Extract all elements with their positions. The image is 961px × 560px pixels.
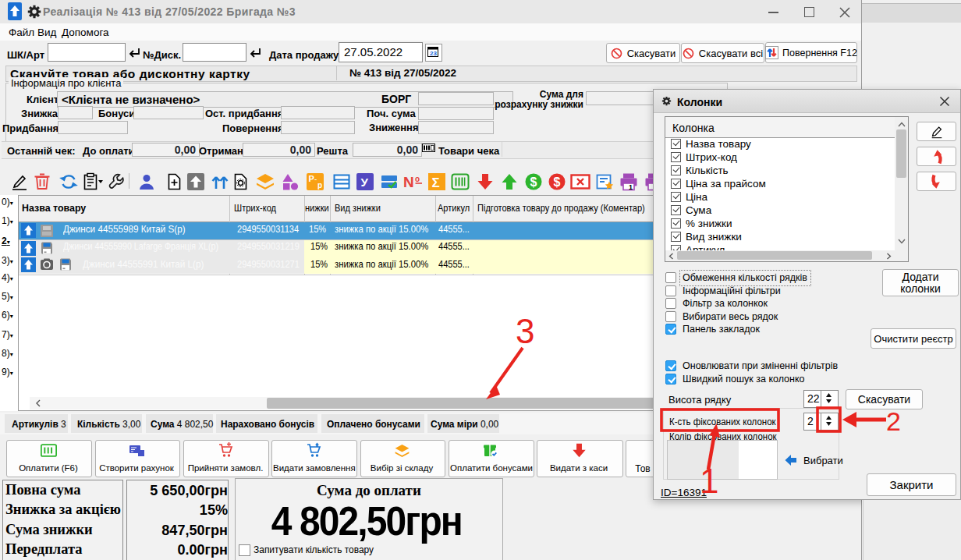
svg-text:P: P	[308, 174, 314, 183]
svg-text:-: -	[314, 175, 317, 183]
svg-text:p: p	[317, 181, 322, 190]
svg-text:N: N	[403, 174, 414, 190]
svg-text:23: 23	[430, 50, 437, 57]
svg-text:3: 3	[516, 312, 534, 350]
svg-text:У: У	[361, 175, 369, 189]
svg-text:$: $	[554, 175, 561, 189]
svg-text:Σ: Σ	[432, 175, 440, 190]
svg-text:2: 2	[886, 409, 901, 434]
svg-text:$: $	[530, 175, 537, 189]
svg-text:o: o	[415, 175, 420, 183]
svg-text:1: 1	[629, 183, 633, 191]
